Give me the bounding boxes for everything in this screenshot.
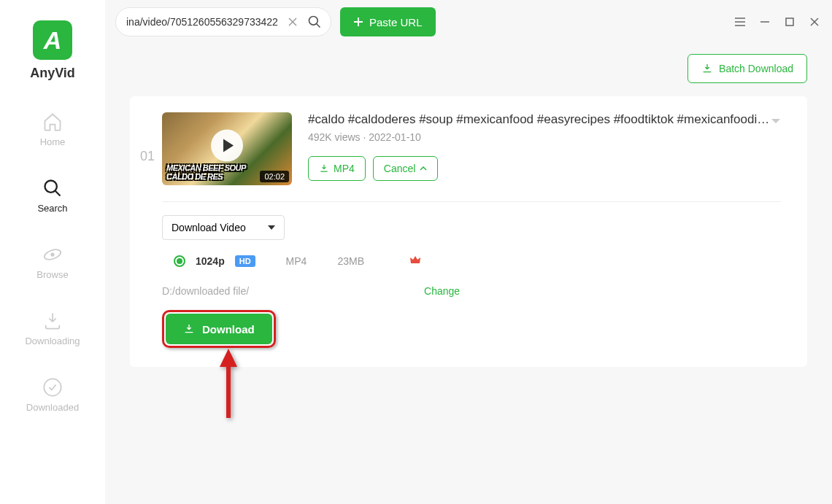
minimize-icon[interactable] bbox=[758, 15, 772, 29]
video-views: 492K views bbox=[308, 131, 361, 143]
download-button-label: Download bbox=[202, 323, 255, 336]
browse-icon bbox=[42, 244, 63, 265]
path-row: D:/downloaded file/ Change bbox=[162, 285, 781, 297]
clear-icon[interactable] bbox=[285, 15, 300, 29]
video-date: 2022-01-10 bbox=[369, 131, 421, 143]
app-logo-letter: A bbox=[44, 26, 62, 55]
batch-row: Batch Download bbox=[105, 44, 832, 96]
nav-downloaded-label: Downloaded bbox=[26, 402, 79, 413]
download-options: Download Video 1024p HD MP4 23MB D:/dow bbox=[162, 202, 781, 348]
search-input[interactable] bbox=[126, 16, 285, 28]
nav-downloading-label: Downloading bbox=[25, 336, 80, 346]
topbar: Paste URL bbox=[105, 0, 832, 44]
crown-icon bbox=[409, 255, 421, 268]
batch-download-label: Batch Download bbox=[719, 63, 793, 74]
batch-download-button[interactable]: Batch Download bbox=[687, 54, 807, 83]
svg-rect-15 bbox=[786, 18, 793, 26]
change-path-link[interactable]: Change bbox=[424, 285, 460, 297]
window-controls bbox=[733, 15, 822, 29]
close-icon[interactable] bbox=[807, 15, 822, 29]
mp4-label: MP4 bbox=[334, 163, 355, 174]
caret-down-icon bbox=[268, 225, 275, 230]
download-button[interactable]: Download bbox=[166, 314, 272, 344]
result-card: 01 Mexican Beef Soup Caldo de Res 02:02 … bbox=[130, 96, 807, 367]
nav-browse-label: Browse bbox=[36, 269, 68, 280]
result-index: 01 bbox=[140, 149, 155, 164]
sidebar: A AnyVid Home Search Browse Downloading … bbox=[0, 0, 105, 504]
download-button-highlight: Download bbox=[162, 310, 276, 348]
nav-home-label: Home bbox=[40, 136, 66, 147]
downloaded-icon bbox=[42, 377, 63, 398]
nav-browse[interactable]: Browse bbox=[36, 244, 68, 280]
download-type-dropdown[interactable]: Download Video bbox=[162, 215, 285, 240]
video-info: #caldo #caldoderes #soup #mexicanfood #e… bbox=[308, 112, 781, 185]
size-value: 23MB bbox=[337, 255, 364, 267]
cancel-label: Cancel bbox=[384, 163, 416, 174]
quality-option-row[interactable]: 1024p HD MP4 23MB bbox=[162, 255, 781, 268]
video-row: 01 Mexican Beef Soup Caldo de Res 02:02 … bbox=[162, 112, 781, 202]
video-meta: 492K views · 2022-01-10 bbox=[308, 131, 781, 143]
cancel-button[interactable]: Cancel bbox=[373, 156, 439, 181]
download-path: D:/downloaded file/ bbox=[162, 285, 249, 297]
downloading-icon bbox=[42, 311, 63, 331]
nav-downloaded[interactable]: Downloaded bbox=[26, 377, 79, 413]
menu-icon[interactable] bbox=[733, 15, 747, 29]
nav-search[interactable]: Search bbox=[37, 178, 67, 214]
search-box bbox=[115, 7, 331, 36]
video-thumbnail[interactable]: Mexican Beef Soup Caldo de Res 02:02 bbox=[162, 112, 292, 185]
video-actions: MP4 Cancel bbox=[308, 156, 781, 181]
quality-value: 1024p bbox=[196, 255, 225, 267]
hd-badge: HD bbox=[235, 255, 255, 267]
format-value: MP4 bbox=[286, 255, 307, 267]
app-logo: A bbox=[33, 20, 72, 60]
nav-search-label: Search bbox=[37, 203, 67, 214]
home-icon bbox=[42, 112, 63, 132]
video-title: #caldo #caldoderes #soup #mexicanfood #e… bbox=[308, 112, 775, 127]
video-duration: 02:02 bbox=[260, 171, 289, 182]
svg-line-1 bbox=[55, 191, 60, 196]
paste-url-label: Paste URL bbox=[369, 16, 423, 28]
content: 01 Mexican Beef Soup Caldo de Res 02:02 … bbox=[105, 96, 832, 367]
nav-home[interactable]: Home bbox=[40, 112, 66, 147]
mp4-button[interactable]: MP4 bbox=[308, 156, 366, 181]
search-button[interactable] bbox=[303, 10, 326, 34]
svg-point-3 bbox=[51, 253, 54, 256]
maximize-icon[interactable] bbox=[782, 15, 797, 29]
paste-url-button[interactable]: Paste URL bbox=[340, 7, 436, 36]
svg-point-7 bbox=[309, 17, 318, 26]
svg-point-0 bbox=[45, 181, 56, 193]
nav-downloading[interactable]: Downloading bbox=[25, 311, 80, 346]
svg-line-8 bbox=[317, 24, 320, 28]
thumbnail-caption: Mexican Beef Soup Caldo de Res bbox=[166, 163, 257, 181]
play-icon bbox=[211, 130, 243, 162]
chevron-down-icon[interactable] bbox=[771, 115, 781, 128]
radio-selected-icon[interactable] bbox=[174, 255, 185, 267]
app-name: AnyVid bbox=[30, 66, 75, 81]
main-area: Paste URL Batch Download 01 bbox=[105, 0, 832, 504]
dropdown-label: Download Video bbox=[172, 222, 246, 233]
svg-point-4 bbox=[44, 379, 61, 395]
search-icon bbox=[42, 178, 63, 198]
